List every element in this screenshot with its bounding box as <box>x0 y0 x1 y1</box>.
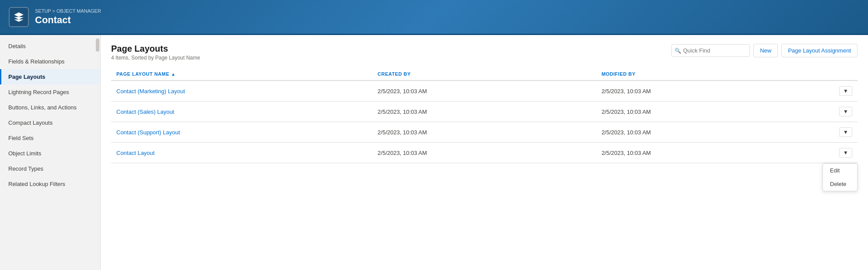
dropdown-item-delete[interactable]: Delete <box>823 177 857 191</box>
layout-name-link[interactable]: Contact (Sales) Layout <box>116 109 174 115</box>
layout-name-link[interactable]: Contact (Marketing) Layout <box>116 88 185 95</box>
layers-icon <box>13 11 24 23</box>
sidebar-item-compact-layouts[interactable]: Compact Layouts <box>0 115 100 130</box>
row-action-button[interactable]: ▼ <box>839 127 852 137</box>
title-block: Page Layouts 4 Items, Sorted by Page Lay… <box>111 44 200 61</box>
action-cell: ▼ <box>820 81 858 102</box>
col-header-modified: Modified By <box>596 68 820 81</box>
sidebar-item-field-sets[interactable]: Field Sets <box>0 130 100 146</box>
search-icon: 🔍 <box>675 48 681 54</box>
breadcrumb: SETUP > OBJECT MANAGER <box>35 8 101 14</box>
row-action-button[interactable]: ▼ <box>839 86 852 96</box>
table-row: Contact (Sales) Layout2/5/2023, 10:03 AM… <box>111 102 858 122</box>
action-cell: ▼ <box>820 122 858 143</box>
content-header: Page Layouts 4 Items, Sorted by Page Lay… <box>111 44 858 61</box>
header-text-block: SETUP > OBJECT MANAGER Contact <box>35 8 101 26</box>
quick-find-container: 🔍 <box>671 44 750 57</box>
quick-find-input[interactable] <box>671 44 750 57</box>
page-layouts-table: Page Layout Name ▲ Created By Modified B… <box>111 68 858 163</box>
modified-by-cell: 2/5/2023, 10:03 AM <box>596 122 820 143</box>
scroll-indicator <box>96 39 99 52</box>
layout-name-link[interactable]: Contact Layout <box>116 150 154 156</box>
main-container: DetailsFields & RelationshipsPage Layout… <box>0 35 868 270</box>
row-action-button[interactable]: ▼ <box>839 148 852 158</box>
page-layout-assignment-button[interactable]: Page Layout Assignment <box>781 44 858 57</box>
dropdown-item-edit[interactable]: Edit <box>823 164 857 177</box>
table-header: Page Layout Name ▲ Created By Modified B… <box>111 68 858 81</box>
new-button[interactable]: New <box>753 44 778 57</box>
col-header-actions <box>820 68 858 81</box>
created-by-cell: 2/5/2023, 10:03 AM <box>372 102 596 122</box>
col-header-name: Page Layout Name ▲ <box>111 68 372 81</box>
row-action-dropdown: Edit Delete <box>822 163 858 191</box>
table-body: Contact (Marketing) Layout2/5/2023, 10:0… <box>111 81 858 163</box>
sidebar-item-lightning-record-pages[interactable]: Lightning Record Pages <box>0 84 100 100</box>
content-area: Page Layouts 4 Items, Sorted by Page Lay… <box>101 35 868 270</box>
sort-arrow-icon: ▲ <box>171 72 175 77</box>
sidebar: DetailsFields & RelationshipsPage Layout… <box>0 35 101 270</box>
sidebar-item-fields-relationships[interactable]: Fields & Relationships <box>0 54 100 69</box>
sidebar-item-object-limits[interactable]: Object Limits <box>0 146 100 161</box>
sidebar-item-record-types[interactable]: Record Types <box>0 161 100 176</box>
action-cell: ▼ <box>820 102 858 122</box>
modified-by-cell: 2/5/2023, 10:03 AM <box>596 102 820 122</box>
table-row: Contact (Marketing) Layout2/5/2023, 10:0… <box>111 81 858 102</box>
created-by-cell: 2/5/2023, 10:03 AM <box>372 122 596 143</box>
layout-name-link[interactable]: Contact (Support) Layout <box>116 129 180 136</box>
app-header: SETUP > OBJECT MANAGER Contact <box>0 0 868 35</box>
content-subtitle: 4 Items, Sorted by Page Layout Name <box>111 55 200 61</box>
sidebar-item-page-layouts[interactable]: Page Layouts <box>0 69 100 84</box>
content-actions: 🔍 New Page Layout Assignment <box>671 44 858 57</box>
content-title: Page Layouts <box>111 44 200 54</box>
action-cell: ▼ <box>820 143 858 163</box>
app-icon <box>9 7 29 27</box>
sidebar-item-details[interactable]: Details <box>0 39 100 54</box>
page-title: Contact <box>35 14 101 26</box>
sidebar-item-related-lookup-filters[interactable]: Related Lookup Filters <box>0 176 100 192</box>
created-by-cell: 2/5/2023, 10:03 AM <box>372 143 596 163</box>
sidebar-item-buttons-links-actions[interactable]: Buttons, Links, and Actions <box>0 100 100 115</box>
table-row: Contact (Support) Layout2/5/2023, 10:03 … <box>111 122 858 143</box>
modified-by-cell: 2/5/2023, 10:03 AM <box>596 81 820 102</box>
table-row: Contact Layout2/5/2023, 10:03 AM2/5/2023… <box>111 143 858 163</box>
created-by-cell: 2/5/2023, 10:03 AM <box>372 81 596 102</box>
row-action-button[interactable]: ▼ <box>839 107 852 116</box>
modified-by-cell: 2/5/2023, 10:03 AM <box>596 143 820 163</box>
col-header-created: Created By <box>372 68 596 81</box>
